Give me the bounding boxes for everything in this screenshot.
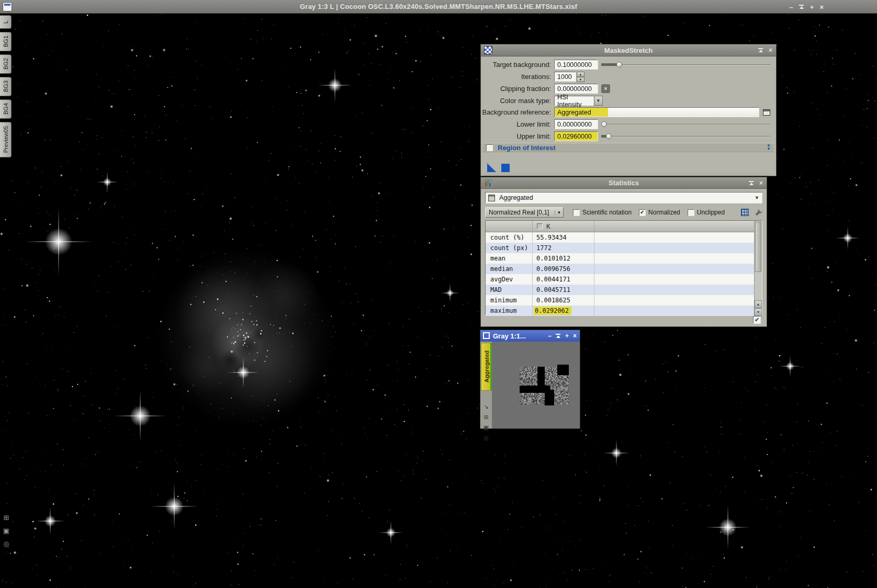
target-icon[interactable]: ◎ xyxy=(1,540,12,548)
normalized-checkbox[interactable]: ✔ xyxy=(639,209,646,216)
stat-name: count (px) xyxy=(486,243,533,253)
scientific-notation-checkbox[interactable] xyxy=(573,209,580,216)
stat-value: 55.93434 xyxy=(533,232,594,243)
header-channel-k[interactable]: K xyxy=(533,221,594,232)
pin-icon[interactable] xyxy=(749,181,754,185)
view-selector[interactable]: Aggregated ▼ xyxy=(485,192,762,203)
region-of-interest-section[interactable]: Region of Interest ▼▼ xyxy=(483,143,774,152)
stat-name: avgDev xyxy=(486,274,533,285)
close-icon[interactable]: × xyxy=(769,47,772,54)
unclipped-option[interactable]: Unclipped xyxy=(688,209,725,216)
dropdown-arrow-icon[interactable]: ▼ xyxy=(755,195,759,200)
preview-titlebar[interactable]: Gray 1:1... – + × xyxy=(480,330,580,342)
close-icon[interactable]: × xyxy=(819,3,824,11)
sidebar-tab-BG4[interactable]: BG4 xyxy=(0,99,12,119)
color-mask-type-label: Color mask type: xyxy=(481,97,554,105)
minimize-icon[interactable]: – xyxy=(790,3,793,11)
stat-name: maximum xyxy=(486,306,533,316)
stat-value: 0.0096756 xyxy=(533,264,594,274)
stat-name: MAD xyxy=(486,285,533,295)
maskedstretch-titlebar[interactable]: MaskedStretch × xyxy=(481,44,776,56)
new-instance-icon[interactable] xyxy=(487,163,496,172)
upper-limit-slider[interactable] xyxy=(601,131,772,141)
target-background-field[interactable]: 0.10000000 xyxy=(554,60,598,70)
table-scrollbar[interactable]: ▲ ▼ xyxy=(754,221,762,316)
preview-tab-strip: Aggregated ↘ ⊞ ▣ ◎ xyxy=(480,342,492,428)
slider-knob[interactable] xyxy=(606,133,612,139)
track-view-checkbox[interactable]: ✔ xyxy=(753,316,761,324)
unclipped-label: Unclipped xyxy=(697,209,725,216)
stat-name: count (%) xyxy=(486,232,533,243)
slider-knob[interactable] xyxy=(601,121,607,127)
spin-up-icon[interactable]: ▲ xyxy=(577,72,584,77)
apply-icon[interactable] xyxy=(501,164,510,172)
close-icon[interactable]: × xyxy=(759,179,763,187)
window-mode-icon xyxy=(483,332,490,339)
channel-checkbox[interactable] xyxy=(537,223,543,229)
zoom-fit-icon[interactable]: ↘ xyxy=(480,403,492,410)
shade-icon[interactable] xyxy=(799,5,804,9)
sidebar-tab-BG1[interactable]: BG1 xyxy=(0,32,12,51)
preview-mask-canvas[interactable] xyxy=(492,342,580,428)
background-reference-field[interactable]: Aggregated xyxy=(554,107,759,117)
range-format-dropdown[interactable]: Normalized Real [0,1] ▼ xyxy=(485,207,564,218)
spin-down-icon[interactable]: ▼ xyxy=(577,77,584,82)
dropdown-arrow-icon[interactable]: ▼ xyxy=(594,96,603,106)
row-filler xyxy=(594,306,754,316)
slider-knob[interactable] xyxy=(616,62,622,67)
wrench-icon[interactable] xyxy=(755,209,762,217)
pin-icon[interactable] xyxy=(758,48,763,52)
background-reference-value: Aggregated xyxy=(555,108,608,117)
roi-checkbox[interactable] xyxy=(486,144,493,151)
pixinsight-workspace: { "window": { "title": "Gray 1:3 L | Coc… xyxy=(0,0,877,588)
table-view-icon[interactable] xyxy=(741,209,749,216)
clipping-fraction-label: Clipping fraction: xyxy=(481,85,554,93)
scientific-notation-option[interactable]: Scientific notation xyxy=(573,209,632,216)
target-background-slider[interactable] xyxy=(601,60,772,70)
sidebar-tab-Preview05[interactable]: Preview05 xyxy=(0,122,12,157)
sidebar-tab-L[interactable]: L xyxy=(0,15,12,29)
lower-limit-slider[interactable] xyxy=(601,119,772,129)
iterations-spinner[interactable]: ▲ ▼ xyxy=(577,72,584,82)
scroll-down-icon[interactable]: ▼ xyxy=(755,308,762,316)
scroll-up-icon[interactable]: ▲ xyxy=(755,300,762,308)
main-window-titlebar[interactable]: Gray 1:3 L | Cocoon OSC.L3.60x240s.Solve… xyxy=(0,0,877,14)
stat-value: 0.0018625 xyxy=(533,295,594,306)
aggregated-preview-tab[interactable]: Aggregated xyxy=(481,343,492,391)
stat-name: median xyxy=(486,264,533,274)
header-empty xyxy=(486,221,533,232)
duplicate-view-icon[interactable]: ▣ xyxy=(480,424,492,431)
row-filler xyxy=(594,232,754,243)
new-preview-icon[interactable]: ⊞ xyxy=(480,414,492,421)
preview-canvas-area[interactable] xyxy=(492,342,580,428)
maximize-icon[interactable]: + xyxy=(810,3,814,11)
statistics-titlebar[interactable]: Statistics × xyxy=(481,177,767,189)
normalized-option[interactable]: ✔ Normalized xyxy=(639,209,680,216)
target-icon[interactable]: ◎ xyxy=(480,435,492,442)
row-filler xyxy=(594,264,754,274)
iterations-label: Iterations: xyxy=(481,73,554,81)
upper-limit-field[interactable]: 0.02960000 xyxy=(554,131,598,141)
unclipped-checkbox[interactable] xyxy=(688,209,694,216)
minimize-icon[interactable]: – xyxy=(548,332,552,340)
scrollbar-thumb[interactable] xyxy=(755,222,761,272)
statistics-table: K count (%) 55.93434 count (px) 1772 mea… xyxy=(485,220,762,315)
sidebar-tab-BG2[interactable]: BG2 xyxy=(0,54,12,74)
close-icon[interactable]: × xyxy=(573,332,577,340)
lower-limit-field[interactable]: 0.00000000 xyxy=(554,119,598,129)
select-view-icon[interactable] xyxy=(763,109,770,116)
stat-value: 0.0292062 xyxy=(533,306,594,316)
row-filler xyxy=(594,274,754,285)
duplicate-view-icon[interactable]: ▣ xyxy=(1,527,12,535)
clipping-fraction-field[interactable]: 0.00000000 xyxy=(554,84,598,94)
view-icon xyxy=(488,195,495,201)
shade-icon[interactable] xyxy=(556,334,561,338)
iterations-field[interactable]: 1000 xyxy=(554,72,576,82)
expand-section-icon[interactable]: ▼▼ xyxy=(767,144,771,151)
sidebar-tab-BG3[interactable]: BG3 xyxy=(0,77,12,96)
color-mask-type-value[interactable]: HSI Intensity xyxy=(554,96,594,106)
maximize-icon[interactable]: + xyxy=(565,332,569,340)
stat-value: 0.0045711 xyxy=(533,285,594,295)
clear-icon[interactable]: × xyxy=(601,84,610,93)
zoom-fit-icon[interactable]: ⊞ xyxy=(1,514,12,522)
